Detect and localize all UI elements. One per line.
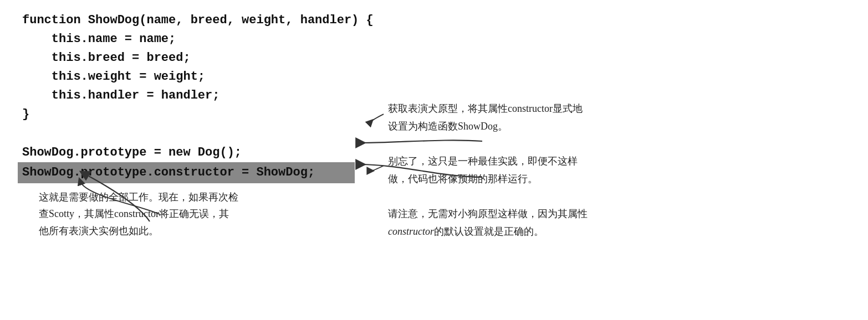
code-line-5: } [22,107,29,121]
code-line-8-highlighted: ShowDog.prototype.constructor = ShowDog; [18,162,355,183]
annotation-section: 获取表演犬原型，将其属性constructor显式地设置为构造函数ShowDog… [355,11,846,309]
annotation-right-3: 请注意，无需对小狗原型这样做，因为其属性constructor的默认设置就是正确… [388,205,846,241]
code-section: function ShowDog(name, breed, weight, ha… [22,11,355,309]
code-line-6 [22,127,29,141]
code-block: function ShowDog(name, breed, weight, ha… [22,11,355,183]
code-line-7: ShowDog.prototype = new Dog(); [22,146,242,159]
annotation-right-3-text: 请注意，无需对小狗原型这样做，因为其属性constructor的默认设置就是正确… [388,208,588,237]
code-line-4: this.handler = handler; [22,89,219,102]
annotation-right-2: 别忘了，这只是一种最佳实践，即便不这样做，代码也将像预期的那样运行。 [388,152,846,188]
annotation-right-2-text: 别忘了，这只是一种最佳实践，即便不这样做，代码也将像预期的那样运行。 [388,156,578,184]
annotation-left-text: 这就是需要做的全部工作。现在，如果再次检查Scotty，其属性construct… [39,192,238,236]
code-line-0: function ShowDog(name, breed, weight, ha… [22,13,374,27]
annotation-right-1: 获取表演犬原型，将其属性constructor显式地设置为构造函数ShowDog… [388,100,846,136]
code-line-1: this.name = name; [22,32,176,46]
code-line-3: this.weight = weight; [22,70,205,84]
page-container: function ShowDog(name, breed, weight, ha… [0,0,868,320]
code-line-2: this.breed = breed; [22,51,191,65]
annotation-right-1-text: 获取表演犬原型，将其属性constructor显式地设置为构造函数ShowDog… [388,103,583,132]
annotation-left: 这就是需要做的全部工作。现在，如果再次检查Scotty，其属性construct… [22,189,355,240]
